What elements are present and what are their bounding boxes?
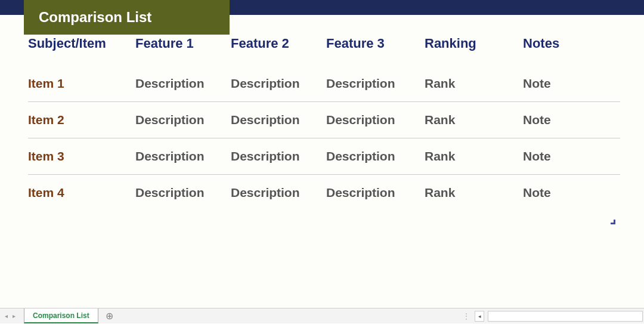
cell-item[interactable]: Item 4: [28, 175, 135, 211]
cell-feature2[interactable]: Description: [231, 102, 326, 138]
cell-feature3[interactable]: Description: [326, 102, 425, 138]
cell-note[interactable]: Note: [523, 102, 620, 138]
cell-feature3[interactable]: Description: [326, 138, 425, 175]
sheet-nav: ◂ ▸: [0, 308, 20, 323]
sheet-tab-bar: ◂ ▸ Comparison List ⊕ ⋮ ◂: [0, 308, 644, 323]
cell-rank[interactable]: Rank: [425, 66, 523, 102]
col-header-feature2[interactable]: Feature 2: [231, 31, 326, 66]
splitter-icon[interactable]: ⋮: [462, 311, 471, 321]
cell-feature3[interactable]: Description: [326, 175, 425, 211]
horizontal-scrollbar[interactable]: [488, 311, 643, 322]
cell-rank[interactable]: Rank: [425, 138, 523, 175]
table-row: Item 2 Description Description Descripti…: [28, 102, 620, 138]
cell-note[interactable]: Note: [523, 138, 620, 175]
worksheet-content: Subject/Item Feature 1 Feature 2 Feature…: [0, 15, 644, 211]
add-sheet-button[interactable]: ⊕: [98, 308, 120, 323]
cell-note[interactable]: Note: [523, 66, 620, 102]
cell-item[interactable]: Item 3: [28, 138, 135, 175]
table-row: Item 4 Description Description Descripti…: [28, 175, 620, 211]
col-header-feature3[interactable]: Feature 3: [326, 31, 425, 66]
cell-rank[interactable]: Rank: [425, 102, 523, 138]
page-title: Comparison List: [39, 9, 151, 26]
cell-feature1[interactable]: Description: [135, 138, 231, 175]
title-box: Comparison List: [24, 0, 230, 35]
col-header-notes[interactable]: Notes: [523, 31, 620, 66]
table-header-row: Subject/Item Feature 1 Feature 2 Feature…: [28, 31, 620, 66]
cell-feature3[interactable]: Description: [326, 66, 425, 102]
table-resize-handle-icon[interactable]: [611, 220, 615, 224]
cell-feature2[interactable]: Description: [231, 66, 326, 102]
table-row: Item 3 Description Description Descripti…: [28, 138, 620, 175]
cell-note[interactable]: Note: [523, 175, 620, 211]
col-header-feature1[interactable]: Feature 1: [135, 31, 231, 66]
cell-feature2[interactable]: Description: [231, 175, 326, 211]
horizontal-scroll-area: ⋮ ◂: [462, 308, 644, 323]
cell-feature2[interactable]: Description: [231, 138, 326, 175]
scroll-left-button[interactable]: ◂: [475, 311, 484, 322]
prev-sheet-icon[interactable]: ◂: [5, 313, 8, 319]
cell-rank[interactable]: Rank: [425, 175, 523, 211]
table-row: Item 1 Description Description Descripti…: [28, 66, 620, 102]
comparison-table: Subject/Item Feature 1 Feature 2 Feature…: [28, 31, 620, 211]
sheet-tab-active[interactable]: Comparison List: [24, 308, 98, 323]
cell-feature1[interactable]: Description: [135, 175, 231, 211]
plus-circle-icon: ⊕: [106, 310, 113, 322]
cell-feature1[interactable]: Description: [135, 102, 231, 138]
cell-item[interactable]: Item 1: [28, 66, 135, 102]
cell-feature1[interactable]: Description: [135, 66, 231, 102]
col-header-subject[interactable]: Subject/Item: [28, 31, 135, 66]
col-header-ranking[interactable]: Ranking: [425, 31, 523, 66]
next-sheet-icon[interactable]: ▸: [13, 313, 16, 319]
cell-item[interactable]: Item 2: [28, 102, 135, 138]
chevron-left-icon: ◂: [478, 313, 481, 319]
sheet-tab-label: Comparison List: [33, 311, 89, 320]
